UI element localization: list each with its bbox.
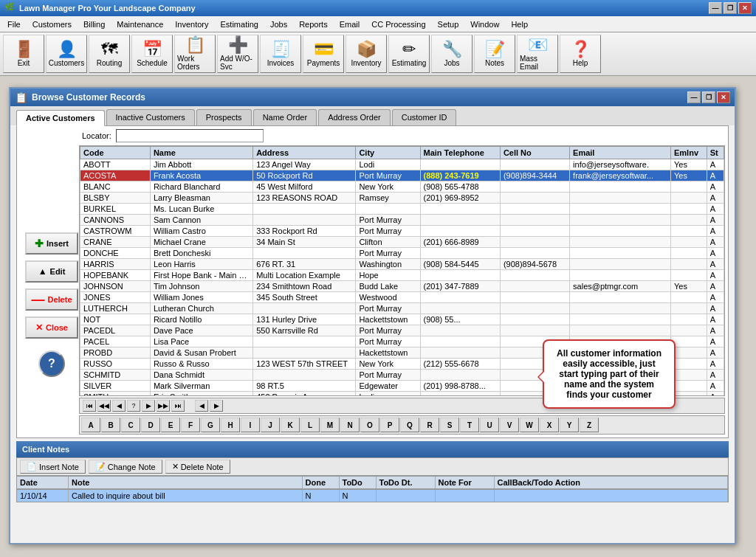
close-app-button[interactable]: ✕: [738, 2, 752, 14]
table-row[interactable]: ABOTTJim Abbott123 Angel WayLodiinfo@jer…: [80, 159, 724, 170]
alpha-w[interactable]: W: [520, 418, 539, 432]
toolbar-add-svc-button[interactable]: ➕ Add W/O-Svc: [217, 35, 258, 73]
alpha-u[interactable]: U: [480, 418, 499, 432]
toolbar-exit-button[interactable]: 🚪 Exit: [3, 35, 44, 73]
table-row[interactable]: DONCHEBrett DoncheskiPort MurrayA: [80, 248, 724, 259]
alpha-m[interactable]: M: [320, 418, 340, 432]
nav-scroll-left-button[interactable]: ◀: [195, 400, 208, 412]
menu-customers[interactable]: Customers: [27, 16, 78, 32]
table-row[interactable]: HARRISLeon Harris676 RT. 31Washington(90…: [80, 259, 724, 270]
table-row[interactable]: JOHNSONTim Johnson234 Smithtown RoadBudd…: [80, 281, 724, 292]
nav-last-button[interactable]: ⏭: [171, 400, 185, 412]
toolbar-mass-email-button[interactable]: 📧 Mass Email: [517, 35, 558, 73]
alpha-t[interactable]: T: [460, 418, 479, 432]
close-side-button[interactable]: ✕ Close: [25, 316, 78, 339]
toolbar-estimating-button[interactable]: ✏ Estimating: [388, 35, 430, 73]
alpha-v[interactable]: V: [500, 418, 519, 432]
browse-minimize-button[interactable]: —: [687, 91, 701, 103]
menu-help[interactable]: Help: [505, 16, 534, 32]
insert-note-button[interactable]: 📄 Insert Note: [20, 460, 86, 474]
alpha-l[interactable]: L: [300, 418, 320, 432]
table-row[interactable]: CRANEMichael Crane34 Main StClifton(201)…: [80, 237, 724, 248]
locator-input[interactable]: [116, 129, 264, 142]
toolbar-notes-button[interactable]: 📝 Notes: [474, 35, 515, 73]
toolbar-schedule-button[interactable]: 📅 Schedule: [131, 35, 173, 73]
nav-prev-button[interactable]: ◀: [112, 400, 126, 412]
alpha-o[interactable]: O: [360, 418, 379, 432]
nav-search-button[interactable]: ?: [127, 400, 140, 412]
toolbar-inventory-button[interactable]: 📦 Inventory: [346, 35, 387, 73]
table-row[interactable]: CASTROWMWilliam Castro333 Rockport RdPor…: [80, 226, 724, 237]
alpha-b[interactable]: B: [101, 418, 120, 432]
alpha-s[interactable]: S: [440, 418, 459, 432]
table-row[interactable]: LUTHERCHLutheran ChurchPort MurrayA: [80, 303, 724, 314]
alpha-k[interactable]: K: [281, 418, 300, 432]
menu-window[interactable]: Window: [464, 16, 505, 32]
nav-next-far-button[interactable]: ▶▶: [157, 400, 170, 412]
tab-prospects[interactable]: Prospects: [196, 109, 252, 125]
toolbar-routing-button[interactable]: 🗺 Routing: [89, 35, 130, 73]
toolbar-work-orders-button[interactable]: 📋 Work Orders: [174, 35, 216, 73]
menu-jobs[interactable]: Jobs: [264, 16, 293, 32]
menu-inventory[interactable]: Inventory: [169, 16, 214, 32]
table-row[interactable]: BURKELMs. Lucan BurkeA: [80, 204, 724, 215]
alpha-x[interactable]: X: [540, 418, 559, 432]
nav-next-button[interactable]: ▶: [142, 400, 155, 412]
menu-maintenance[interactable]: Maintenance: [111, 16, 169, 32]
toolbar-jobs-button[interactable]: 🔧 Jobs: [431, 35, 472, 73]
menu-billing[interactable]: Billing: [78, 16, 111, 32]
tab-active-customers[interactable]: Active Customers: [16, 110, 105, 126]
help-side-button[interactable]: ?: [38, 350, 65, 377]
alpha-q[interactable]: Q: [400, 418, 419, 432]
minimize-button[interactable]: —: [709, 2, 722, 14]
browse-maximize-button[interactable]: ❐: [702, 91, 715, 103]
tab-inactive-customers[interactable]: Inactive Customers: [106, 109, 195, 125]
delete-button[interactable]: — Delete: [25, 288, 78, 311]
alpha-d[interactable]: D: [141, 418, 160, 432]
table-row[interactable]: BLSBYLarry Bleasman123 REASONS ROADRamse…: [80, 193, 724, 204]
alpha-j[interactable]: J: [261, 418, 280, 432]
toolbar-invoices-button[interactable]: 🧾 Invoices: [260, 35, 301, 73]
notes-table-row[interactable]: 1/10/14 Called to inquire about bill N N: [16, 489, 729, 502]
table-row[interactable]: ACOSTAFrank Acosta50 Rockport RdPort Mur…: [80, 170, 724, 181]
alpha-y[interactable]: Y: [560, 418, 579, 432]
nav-scroll-right-button[interactable]: ▶: [210, 400, 223, 412]
nav-first-button[interactable]: ⏮: [83, 400, 96, 412]
toolbar-payments-button[interactable]: 💳 Payments: [303, 35, 344, 73]
table-row[interactable]: JONESWilliam Jones345 South StreetWestwo…: [80, 292, 724, 303]
change-note-button[interactable]: 📝 Change Note: [89, 460, 162, 474]
table-row[interactable]: CANNONSSam CannonPort MurrayA: [80, 215, 724, 226]
tab-name-order[interactable]: Name Order: [253, 109, 317, 125]
menu-cc-processing[interactable]: CC Processing: [365, 16, 431, 32]
alpha-r[interactable]: R: [420, 418, 439, 432]
alpha-e[interactable]: E: [161, 418, 180, 432]
alpha-a[interactable]: A: [81, 418, 100, 432]
table-row[interactable]: NOTRicard Notillo131 Hurley DriveHackett…: [80, 314, 724, 325]
insert-button[interactable]: ✚ Insert: [25, 232, 78, 255]
alpha-g[interactable]: G: [201, 418, 220, 432]
table-row[interactable]: BLANCRichard Blanchard45 West MilfordNew…: [80, 181, 724, 193]
nav-prev-far-button[interactable]: ◀◀: [97, 400, 111, 412]
edit-button[interactable]: ▲ Edit: [25, 260, 78, 283]
tab-customer-id[interactable]: Customer ID: [392, 109, 457, 125]
alpha-h[interactable]: H: [221, 418, 240, 432]
alpha-n[interactable]: N: [340, 418, 360, 432]
menu-setup[interactable]: Setup: [432, 16, 465, 32]
maximize-button[interactable]: ❐: [724, 2, 737, 14]
toolbar-help-button[interactable]: ❓ Help: [560, 35, 601, 73]
table-row[interactable]: PACEDLDave Pace550 Karrsville RdPort Mur…: [80, 325, 724, 336]
table-row[interactable]: HOPEBANKFirst Hope Bank - Main OfficeMul…: [80, 270, 724, 281]
alpha-c[interactable]: C: [121, 418, 140, 432]
menu-estimating[interactable]: Estimating: [215, 16, 264, 32]
toolbar-customers-button[interactable]: 👤 Customers: [46, 35, 87, 73]
browse-close-button[interactable]: ✕: [717, 91, 730, 103]
alpha-p[interactable]: P: [380, 418, 399, 432]
alpha-z[interactable]: Z: [580, 418, 599, 432]
alpha-f[interactable]: F: [181, 418, 200, 432]
alpha-i[interactable]: I: [241, 418, 260, 432]
menu-email[interactable]: Email: [334, 16, 366, 32]
menu-reports[interactable]: Reports: [293, 16, 334, 32]
delete-note-button[interactable]: ✕ Delete Note: [165, 460, 230, 474]
tab-address-order[interactable]: Address Order: [318, 109, 391, 125]
menu-file[interactable]: File: [1, 16, 27, 32]
